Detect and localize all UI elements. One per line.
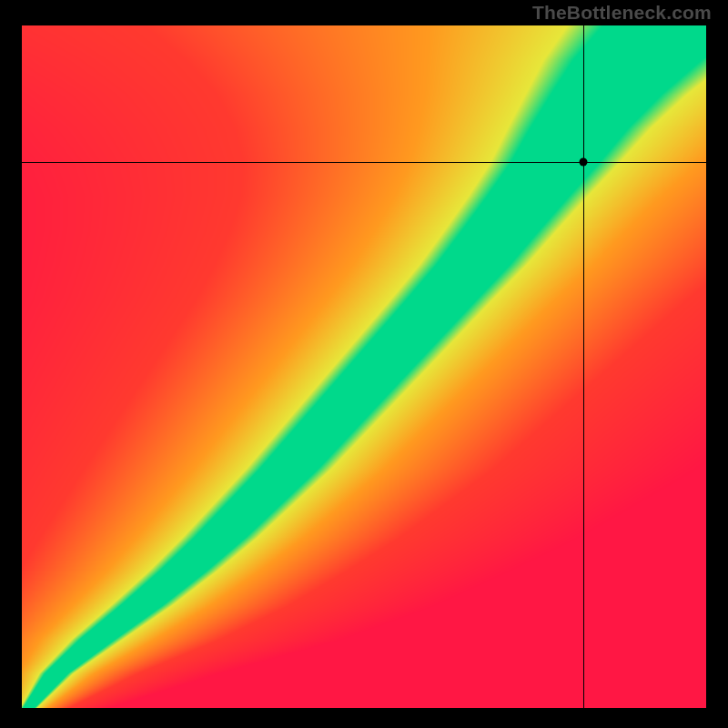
heatmap-canvas [22, 25, 706, 708]
heatmap-plot [22, 25, 706, 708]
crosshair-horizontal [22, 162, 706, 163]
chart-frame: TheBottleneck.com [0, 0, 728, 728]
watermark-text: TheBottleneck.com [532, 2, 712, 24]
data-point-marker [579, 158, 587, 167]
crosshair-vertical [583, 25, 584, 708]
